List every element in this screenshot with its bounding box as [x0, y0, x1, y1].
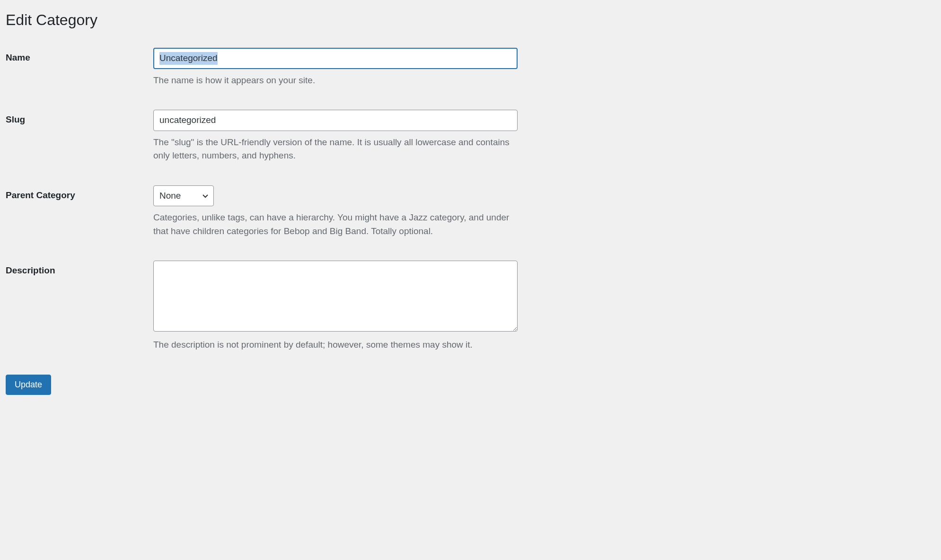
slug-input[interactable] [153, 110, 518, 131]
parent-label: Parent Category [6, 185, 153, 201]
description-label: Description [6, 261, 153, 276]
parent-row: Parent Category None Categories, unlike … [6, 185, 935, 238]
name-description: The name is how it appears on your site. [153, 74, 518, 88]
description-field-wrapper: The description is not prominent by defa… [153, 261, 518, 352]
name-input[interactable] [153, 48, 518, 69]
slug-field-wrapper: The "slug" is the URL-friendly version o… [153, 110, 518, 163]
edit-category-form: Name The name is how it appears on your … [6, 48, 935, 352]
parent-description: Categories, unlike tags, can have a hier… [153, 211, 518, 238]
description-row: Description The description is not promi… [6, 261, 935, 352]
name-label: Name [6, 48, 153, 63]
parent-select-wrapper: None [153, 185, 214, 207]
name-field-wrapper: The name is how it appears on your site. [153, 48, 518, 87]
update-button[interactable]: Update [6, 375, 51, 395]
slug-row: Slug The "slug" is the URL-friendly vers… [6, 110, 935, 163]
slug-description: The "slug" is the URL-friendly version o… [153, 136, 518, 163]
slug-label: Slug [6, 110, 153, 125]
name-row: Name The name is how it appears on your … [6, 48, 935, 87]
parent-field-wrapper: None Categories, unlike tags, can have a… [153, 185, 518, 238]
page-title: Edit Category [6, 11, 935, 29]
parent-select[interactable]: None [153, 185, 214, 207]
description-helptext: The description is not prominent by defa… [153, 338, 518, 352]
description-textarea[interactable] [153, 261, 518, 332]
